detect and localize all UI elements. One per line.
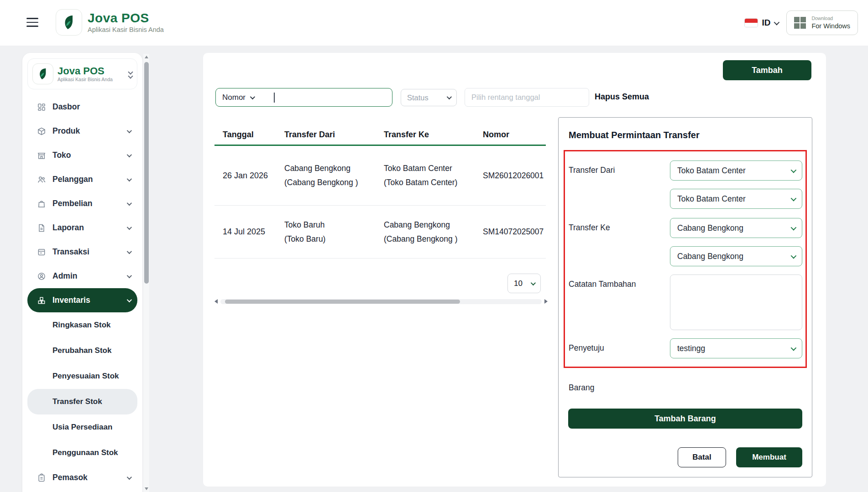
brand-name: Jova POS — [88, 11, 164, 26]
chevron-down-icon — [791, 253, 797, 259]
clear-all-filters-button[interactable]: Hapus Semua — [595, 92, 649, 102]
table-header-transfer-ke: Transfer Ke — [384, 130, 483, 140]
chevron-down-icon — [791, 345, 797, 351]
download-for-windows-button[interactable]: Download For Windows — [786, 10, 858, 35]
language-selector[interactable]: ID — [744, 18, 778, 28]
hamburger-icon[interactable] — [26, 16, 40, 29]
sidebar-item-label: Laporan — [52, 223, 84, 233]
transfer-to-select-1[interactable]: Cabang Bengkong — [670, 218, 802, 238]
add-transfer-button[interactable]: Tambah — [723, 60, 811, 80]
scroll-up-icon[interactable] — [143, 54, 149, 60]
chevron-down-icon — [127, 249, 132, 254]
sidebar-item-label: Produk — [52, 126, 80, 136]
notes-textarea[interactable] — [670, 274, 802, 330]
sidebar-subitem-usia-persediaan[interactable]: Usia Persediaan — [27, 414, 137, 440]
table-row[interactable]: 26 Jan 2026 Cabang Bengkong (Cabang Beng… — [214, 146, 546, 206]
sidebar-item-label: Pembelian — [52, 199, 93, 208]
sidebar-nav: Dasbor Produk Toko Pelanggan Pembelian — [22, 92, 142, 490]
chevron-down-icon — [447, 94, 452, 99]
search-field-combo[interactable]: Nomor — [215, 88, 392, 107]
chevron-down-icon — [127, 474, 132, 479]
create-transfer-panel: Membuat Permintaan Transfer Transfer Dar… — [558, 117, 812, 477]
sidebar-item-pelanggan[interactable]: Pelanggan — [27, 167, 137, 192]
sidebar-subitem-penyesuaian-stok[interactable]: Penyesuaian Stok — [27, 363, 137, 389]
sidebar-scrollbar[interactable] — [143, 54, 149, 492]
scroll-down-icon[interactable] — [143, 486, 149, 492]
admin-user-icon — [37, 272, 46, 281]
sidebar-subitem-ringkasan-stok[interactable]: Ringkasan Stok — [27, 312, 137, 338]
chevron-down-icon — [127, 176, 132, 181]
sidebar-scrollbar-thumb[interactable] — [144, 62, 149, 284]
transfer-to-label: Transfer Ke — [569, 223, 610, 233]
sidebar-subitem-perubahan-stok[interactable]: Perubahan Stok — [27, 338, 137, 363]
indonesia-flag-icon — [744, 18, 758, 27]
page-size-value: 10 — [514, 279, 523, 288]
topbar: Jova POS Aplikasi Kasir Bisnis Anda ID D… — [0, 0, 868, 46]
product-box-icon — [37, 127, 46, 136]
table-header-row: Tanggal Transfer Dari Transfer Ke Nomor — [214, 125, 546, 146]
brand-tagline: Aplikasi Kasir Bisnis Anda — [88, 26, 164, 33]
sidebar-item-inventaris[interactable]: Inventaris — [27, 288, 137, 312]
sidebar-subitem-transfer-stok[interactable]: Transfer Stok — [27, 389, 137, 414]
cancel-button[interactable]: Batal — [678, 447, 726, 467]
sidebar-item-label: Pemasok — [52, 473, 88, 482]
cell-transfer-dari: Cabang Bengkong (Cabang Bengkong ) — [284, 161, 384, 189]
transfer-to-select-2[interactable]: Cabang Bengkong — [670, 246, 802, 266]
app-page: Jova POS Aplikasi Kasir Bisnis Anda ID D… — [0, 0, 868, 492]
table-row[interactable]: 14 Jul 2025 Toko Baruh (Toko Baru) Caban… — [214, 206, 546, 259]
main-content: Tambah Nomor Status Hapus Semua Tanggal … — [203, 53, 826, 487]
topbar-brand: Jova POS Aplikasi Kasir Bisnis Anda — [56, 9, 164, 36]
cell-tanggal: 14 Jul 2025 — [223, 227, 284, 237]
cell-nomor: SM14072025007 — [483, 227, 545, 237]
scrollbar-track[interactable] — [220, 299, 542, 304]
chevron-down-icon — [127, 224, 132, 229]
table-header-transfer-dari: Transfer Dari — [284, 130, 384, 140]
inventory-boxes-icon — [37, 296, 46, 305]
sidebar-item-label: Admin — [52, 271, 77, 281]
transfer-from-select-2[interactable]: Toko Batam Center — [670, 189, 802, 209]
table-header-tanggal: Tanggal — [223, 130, 284, 140]
sidebar-item-dasbor[interactable]: Dasbor — [27, 95, 137, 119]
create-button[interactable]: Membuat — [736, 447, 802, 467]
purchase-bag-icon — [37, 199, 46, 208]
language-code: ID — [762, 18, 770, 28]
table-horizontal-scrollbar[interactable] — [214, 298, 548, 305]
transfer-from-select-1[interactable]: Toko Batam Center — [670, 161, 802, 181]
sidebar-item-pemasok[interactable]: Pemasok — [27, 466, 137, 490]
windows-logo-icon — [794, 17, 806, 29]
sidebar-subitem-label: Ringkasan Stok — [52, 321, 111, 330]
sidebar-item-label: Inventaris — [52, 295, 90, 305]
sidebar-brand: Jova POS Aplikasi Kasir Bisnis Anda — [27, 58, 137, 89]
cell-transfer-ke: Toko Batam Center (Toko Batam Center) — [384, 161, 483, 189]
sidebar-item-transaksi[interactable]: Transaksi — [27, 240, 137, 264]
approver-select[interactable]: testingg — [670, 338, 802, 358]
scroll-left-icon[interactable] — [214, 299, 218, 304]
chevron-down-icon — [127, 297, 132, 302]
cell-transfer-dari: Toko Baruh (Toko Baru) — [284, 218, 384, 246]
search-field-selector[interactable]: Nomor — [222, 93, 246, 102]
chevron-down-icon — [127, 200, 132, 205]
sidebar-item-label: Toko — [52, 150, 71, 160]
jova-pos-logo-icon — [32, 63, 53, 84]
scroll-right-icon[interactable] — [544, 299, 548, 304]
add-item-button[interactable]: Tambah Barang — [568, 409, 802, 429]
sidebar-item-pembelian[interactable]: Pembelian — [27, 192, 137, 216]
sidebar-item-produk[interactable]: Produk — [27, 119, 137, 143]
sidebar-item-toko[interactable]: Toko — [27, 143, 137, 167]
sidebar-item-laporan[interactable]: Laporan — [27, 216, 137, 240]
page-size-select[interactable]: 10 — [507, 274, 541, 293]
supplier-clipboard-icon — [37, 473, 46, 482]
status-filter-select[interactable]: Status — [401, 89, 457, 106]
sidebar-item-admin[interactable]: Admin — [27, 264, 137, 288]
sidebar-collapse-icon[interactable] — [129, 70, 132, 78]
chevron-down-icon — [127, 128, 132, 133]
search-input[interactable] — [279, 93, 386, 102]
table-header-nomor: Nomor — [483, 130, 545, 140]
sidebar-subitem-penggunaan-stok[interactable]: Penggunaan Stok — [27, 440, 137, 466]
report-document-icon — [37, 223, 46, 233]
approver-label: Penyetuju — [569, 343, 604, 353]
date-range-input[interactable] — [465, 88, 589, 107]
scrollbar-thumb[interactable] — [225, 300, 460, 304]
customers-icon — [37, 175, 46, 184]
sidebar-subitem-label: Penyesuaian Stok — [52, 372, 119, 381]
